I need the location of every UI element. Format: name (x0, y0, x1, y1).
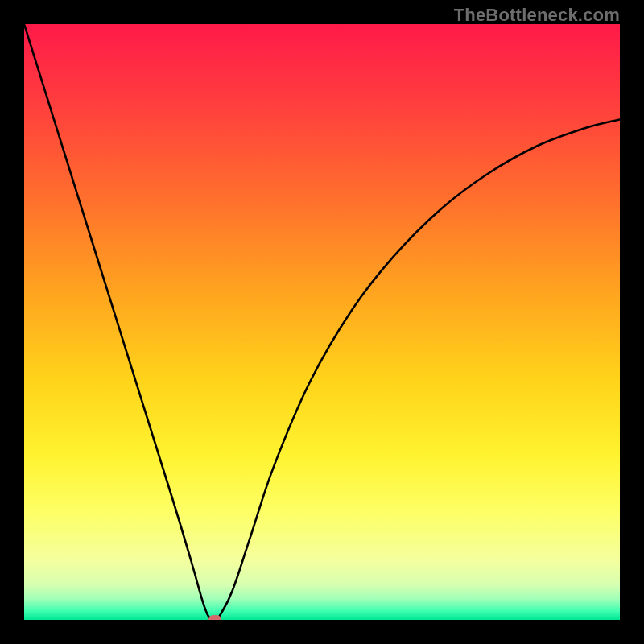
chart-frame: TheBottleneck.com (0, 0, 644, 644)
watermark-text: TheBottleneck.com (454, 5, 620, 26)
plot-area (24, 24, 620, 620)
minimum-marker (208, 615, 221, 620)
bottleneck-curve (24, 24, 620, 620)
